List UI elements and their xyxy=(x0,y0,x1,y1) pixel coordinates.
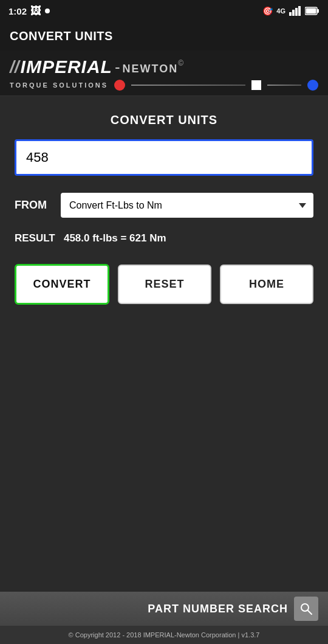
part-number-search-label: PART NUMBER SEARCH xyxy=(148,603,288,615)
status-icons: 🎯 4G xyxy=(262,6,319,16)
copyright-bar: © Copyright 2012 - 2018 IMPERIAL-Newton … xyxy=(0,626,328,644)
network-label: 4G xyxy=(276,7,285,15)
dot-indicator xyxy=(45,9,50,13)
logo-line xyxy=(131,85,245,86)
buttons-row: CONVERT RESET HOME xyxy=(15,264,313,305)
photo-icon: 🖼 xyxy=(30,5,41,18)
title-bar: CONVERT UNITS xyxy=(0,22,328,50)
svg-rect-2 xyxy=(295,8,298,16)
logo-separator: - xyxy=(115,58,120,77)
result-row: RESULT 458.0 ft-lbs = 621 Nm xyxy=(15,232,313,244)
main-content: CONVERT UNITS FROM Convert Ft-Lbs to Nm … xyxy=(0,96,328,317)
page-title: CONVERT UNITS xyxy=(10,29,318,43)
svg-line-8 xyxy=(308,611,312,614)
value-input[interactable] xyxy=(15,139,313,176)
result-text: RESULT 458.0 ft-lbs = 621 Nm xyxy=(15,232,166,244)
copyright-text: © Copyright 2012 - 2018 IMPERIAL-Newton … xyxy=(69,631,260,639)
result-label: RESULT xyxy=(15,232,55,244)
reset-button[interactable]: RESET xyxy=(118,265,211,304)
status-time: 1:02 🖼 xyxy=(9,5,50,18)
svg-rect-5 xyxy=(317,9,319,13)
search-icon[interactable] xyxy=(294,597,318,621)
battery-icon xyxy=(305,7,319,15)
logo-line-2 xyxy=(267,85,301,86)
part-number-search-bar[interactable]: PART NUMBER SEARCH xyxy=(0,592,328,626)
wifi-icon: 🎯 xyxy=(262,6,273,16)
convert-button[interactable]: CONVERT xyxy=(15,264,109,305)
logo-main: // IMPERIAL - NEWTON © xyxy=(10,57,318,77)
result-value: 458.0 ft-lbs = 621 Nm xyxy=(64,232,166,244)
home-button[interactable]: HOME xyxy=(220,265,313,304)
white-square xyxy=(251,80,261,90)
logo-subtitle-row: TORQUE SOLUTIONS xyxy=(10,80,318,91)
logo-banner: // IMPERIAL - NEWTON © TORQUE SOLUTIONS xyxy=(0,50,328,96)
from-row: FROM Convert Ft-Lbs to Nm Convert Nm to … xyxy=(15,193,313,218)
logo-slash: // xyxy=(10,57,19,77)
section-title: CONVERT UNITS xyxy=(15,113,313,127)
svg-rect-6 xyxy=(306,9,316,14)
svg-rect-3 xyxy=(298,6,301,16)
red-dot xyxy=(114,80,125,91)
logo-imperial: IMPERIAL xyxy=(21,57,112,77)
blue-dot xyxy=(307,80,318,91)
logo-subtitle: TORQUE SOLUTIONS xyxy=(10,81,108,89)
svg-rect-1 xyxy=(292,10,295,16)
conversion-select[interactable]: Convert Ft-Lbs to Nm Convert Nm to Ft-Lb… xyxy=(61,193,313,218)
status-bar: 1:02 🖼 🎯 4G xyxy=(0,0,328,22)
svg-rect-0 xyxy=(289,12,292,16)
svg-point-7 xyxy=(301,604,309,611)
from-label: FROM xyxy=(15,199,51,212)
logo-newton: NEWTON xyxy=(123,63,179,75)
logo-reg: © xyxy=(178,59,183,68)
signal-icon xyxy=(289,6,301,16)
time-display: 1:02 xyxy=(9,6,27,16)
